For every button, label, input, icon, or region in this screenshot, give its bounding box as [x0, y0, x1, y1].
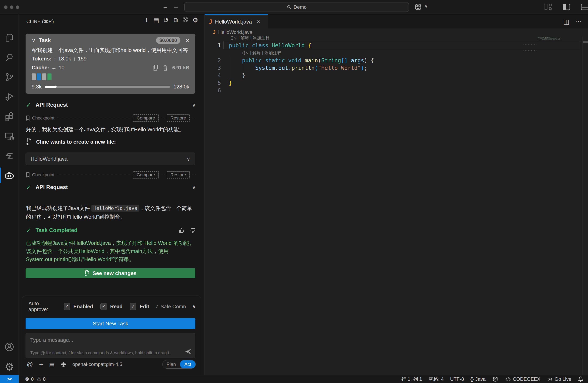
codegeex-status[interactable]: CODEGEEX [502, 375, 544, 383]
copilot-status[interactable] [489, 375, 502, 383]
api-request-row[interactable]: ✓ API Request ∨ [26, 184, 196, 191]
codelens-actions[interactable]: | 解释 | 添加注释 [250, 51, 281, 55]
checkpoint-dash [192, 118, 196, 118]
file-dropdown[interactable]: HelloWorld.java ∨ [25, 153, 195, 165]
line-number: 6 [205, 87, 221, 94]
model-label[interactable]: openai-compat:glm-4.5 [72, 362, 122, 367]
toggle-panel-icon[interactable] [581, 4, 588, 10]
tab-helloworld-java[interactable]: J HelloWorld.java × [205, 14, 268, 28]
history-icon[interactable]: ↺ [162, 16, 170, 24]
encoding-status[interactable]: UTF-8 [447, 375, 467, 383]
traffic-lights[interactable] [4, 5, 22, 10]
forward-icon[interactable]: → [173, 3, 179, 10]
editor-actions-more-icon[interactable]: ⋯ [575, 17, 582, 25]
sidebar-item-search[interactable] [0, 48, 19, 66]
code-line-2[interactable]: public static void main(String[] args) { [242, 57, 374, 64]
back-icon[interactable]: ← [162, 3, 168, 10]
restore-button[interactable]: Restore [167, 171, 190, 179]
compare-button[interactable]: Compare [133, 114, 158, 122]
command-center-search[interactable]: Demo [185, 2, 409, 12]
start-new-task-button[interactable]: Start New Task [25, 318, 195, 329]
chevron-down-icon[interactable]: ∨ [192, 102, 196, 108]
trash-icon[interactable] [163, 64, 168, 71]
new-task-icon[interactable]: + [142, 16, 151, 24]
maximize-window-icon[interactable] [16, 5, 19, 9]
code-line-3[interactable]: System.out.println("Hello World"); [255, 64, 367, 72]
collapse-task-icon[interactable]: ∨ [32, 37, 36, 44]
checkpoint-dash [161, 118, 165, 118]
chevron-down-icon: ∨ [187, 156, 190, 162]
settings-gear-icon[interactable]: ⚙ [0, 358, 19, 376]
indentation-status[interactable]: 空格: 4 [425, 375, 447, 383]
copilot-icon[interactable] [414, 3, 422, 11]
code-line-1[interactable]: public class HelloWorld { [229, 41, 311, 49]
braces-icon: {} [470, 376, 474, 382]
thumbs-up-icon[interactable] [179, 227, 185, 234]
problems-status[interactable]: ⊗ 0 ⚠ 0 [22, 375, 49, 383]
rules-icon[interactable]: ▤ [49, 361, 54, 368]
chevron-down-icon[interactable]: ∨ [192, 184, 196, 190]
input-hint: Type @ for context, / for slash commands… [30, 350, 180, 355]
language-mode-status[interactable]: {} Java [467, 375, 489, 383]
completion-result-text: 已成功创建Java文件HelloWorld.java，实现了打印"Hello W… [26, 239, 196, 263]
accounts-icon[interactable] [0, 338, 19, 356]
mcp-servers-icon[interactable]: ▤ [152, 17, 161, 24]
api-request-row[interactable]: ✓ API Request ∨ [26, 101, 196, 109]
close-task-icon[interactable]: × [186, 37, 189, 44]
codelens-row[interactable]: ⟨⟩∨ | 解释 | 添加注释 [230, 34, 270, 41]
cursor-position-status[interactable]: 行 1, 列 1 [398, 375, 425, 383]
plan-act-toggle[interactable]: Plan Act [162, 360, 196, 369]
sidebar-item-remote-explorer[interactable] [0, 127, 19, 145]
minimize-window-icon[interactable] [10, 5, 13, 9]
sidebar-item-source-control[interactable] [0, 68, 19, 86]
editor-group: J HelloWorld.java × ◫ ⋯ J HelloWorld.jav… [205, 14, 588, 375]
toggle-primary-sidebar-icon[interactable] [563, 4, 570, 10]
split-editor-icon[interactable]: ◫ [563, 18, 569, 26]
task-text[interactable]: 帮我创建一个java文件，里面实现打印hello world，使用用中文回答 [32, 47, 190, 54]
act-mode-button[interactable]: Act [180, 360, 196, 369]
tokens-out: 159 [78, 56, 86, 62]
open-in-editor-icon[interactable]: ⧉ [171, 17, 180, 24]
account-icon[interactable] [181, 17, 190, 24]
code-line-4[interactable]: } [242, 72, 245, 79]
thumbs-down-icon[interactable] [190, 227, 196, 234]
checkbox-enabled[interactable]: ✓ [64, 303, 70, 310]
settings-gear-icon[interactable]: ⚙ [191, 16, 200, 24]
sidebar-item-extensions[interactable] [0, 107, 19, 125]
add-context-icon[interactable]: + [39, 361, 43, 368]
sidebar-item-cline[interactable] [0, 166, 19, 184]
checkbox-edit[interactable]: ✓ [130, 303, 136, 310]
customize-layout-icon[interactable] [545, 4, 552, 10]
close-tab-icon[interactable]: × [257, 19, 260, 25]
see-new-changes-button[interactable]: See new changes [25, 268, 195, 278]
codelens-actions[interactable]: | 解释 | 添加注释 [238, 36, 270, 40]
activity-bar: ⚙ [0, 14, 19, 375]
codelens-row[interactable]: ⟨⟩∨ | 解释 | 添加注释 [242, 49, 281, 57]
notifications-status[interactable] [575, 375, 588, 383]
go-live-status[interactable]: Go Live [544, 375, 575, 383]
mention-icon[interactable]: @ [27, 361, 33, 368]
sidebar-item-explorer[interactable] [0, 29, 19, 47]
copy-icon[interactable] [153, 64, 158, 71]
cost-badge: $0.0000 [156, 37, 181, 44]
api-provider-icon[interactable] [61, 361, 66, 367]
code-line-5[interactable]: } [229, 79, 232, 87]
sidebar-item-run-debug[interactable] [0, 88, 19, 106]
close-window-icon[interactable] [4, 5, 7, 9]
send-icon[interactable] [185, 348, 191, 355]
chevron-up-icon[interactable]: ∧ [192, 303, 196, 310]
message-input[interactable]: Type a message... Type @ for context, / … [25, 333, 195, 358]
copilot-chevron-icon[interactable]: ∨ [424, 4, 428, 9]
remote-indicator[interactable]: >< [0, 375, 19, 383]
auto-approve-row[interactable]: Auto-approve: ✓ Enabled ✓ Read ✓ Edit ✓ … [26, 301, 196, 312]
plan-mode-button[interactable]: Plan [163, 362, 180, 367]
compare-button[interactable]: Compare [133, 171, 158, 179]
warning-count: 0 [43, 376, 45, 382]
restore-button[interactable]: Restore [167, 114, 190, 122]
minimap[interactable]: public class HelloWorld { public static … [538, 37, 561, 41]
sidebar-item-codegeex[interactable] [0, 147, 19, 165]
tab-label: HelloWorld.java [215, 19, 252, 25]
task-header[interactable]: ∨ Task $0.0000 × [32, 37, 189, 44]
line-number: 4 [205, 72, 221, 79]
checkbox-read[interactable]: ✓ [101, 303, 107, 310]
